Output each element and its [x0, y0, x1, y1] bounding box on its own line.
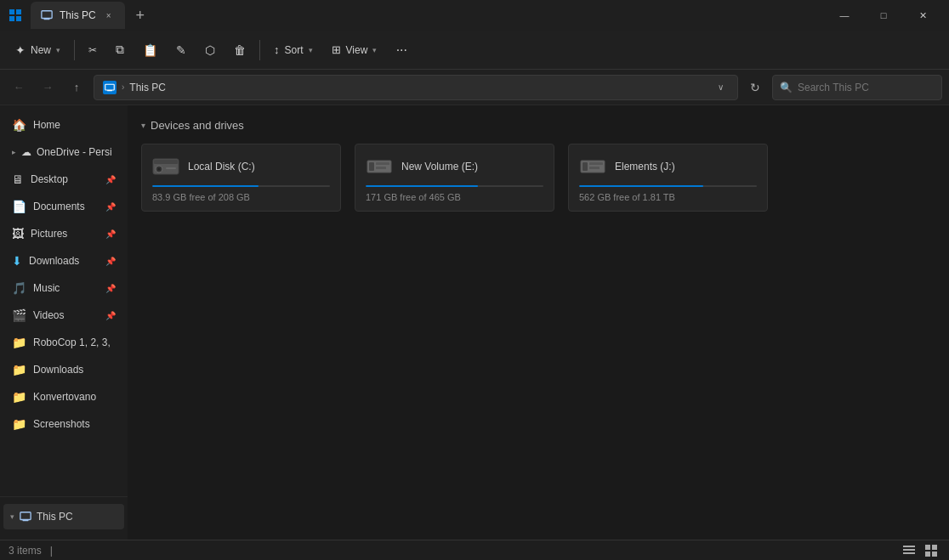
statusbar: 3 items | [0, 540, 949, 560]
drive-info-j: 562 GB free of 1.81 TB [579, 192, 757, 202]
drive-bar-container-j [579, 185, 757, 187]
sidebar-item-music[interactable]: 🎵 Music 📌 [3, 275, 124, 301]
new-icon: ✦ [15, 43, 26, 57]
up-button[interactable]: ↑ [65, 76, 88, 99]
delete-icon: 🗑 [234, 43, 246, 57]
drives-grid: Local Disk (C:) 83.9 GB free of 208 GB [141, 144, 935, 212]
drive-icon-c [152, 153, 179, 180]
copy-button[interactable]: ⧉ [107, 36, 133, 65]
onedrive-chevron-icon: ▸ [12, 148, 16, 156]
paste-button[interactable]: 📋 [134, 36, 166, 65]
window-controls: — □ ✕ [825, 0, 942, 31]
svg-rect-23 [589, 167, 600, 169]
breadcrumb-chevron-icon: › [122, 82, 124, 92]
tab-area: This PC × + [31, 2, 818, 29]
item-count: 3 items [9, 545, 42, 557]
sidebar-bottom: ▾ This PC [0, 496, 128, 533]
list-view-toggle[interactable] [900, 541, 918, 560]
back-button[interactable]: ← [7, 76, 31, 99]
rename-button[interactable]: ✎ [168, 36, 195, 65]
pictures-icon: 🖼 [12, 227, 24, 240]
cut-button[interactable]: ✂ [80, 36, 105, 65]
sidebar-screenshots-label: Screenshots [33, 418, 116, 430]
share-button[interactable]: ⬡ [196, 36, 224, 65]
sidebar-item-this-pc[interactable]: ▾ This PC [3, 504, 124, 529]
downloads-arrow-icon: ⬇ [12, 254, 22, 268]
tab-this-pc[interactable]: This PC × [31, 2, 125, 29]
tab-close-btn[interactable]: × [103, 9, 115, 21]
robocop-folder-icon: 📁 [12, 336, 26, 349]
maximize-btn[interactable]: □ [864, 0, 903, 31]
collapse-icon[interactable]: ▾ [141, 121, 145, 130]
home-icon: 🏠 [12, 118, 26, 132]
svg-point-13 [158, 168, 161, 171]
svg-rect-5 [44, 19, 50, 20]
sidebar-item-konvertovano[interactable]: 📁 Konvertovano [3, 384, 124, 410]
sidebar-item-downloads[interactable]: ⬇ Downloads 📌 [3, 248, 124, 274]
cut-icon: ✂ [88, 44, 97, 56]
drive-item-c[interactable]: Local Disk (C:) 83.9 GB free of 208 GB [141, 144, 341, 212]
new-tab-btn[interactable]: + [128, 3, 152, 27]
sidebar-item-downloads-folder[interactable]: 📁 Downloads [3, 357, 124, 382]
sidebar-item-home[interactable]: 🏠 Home [3, 112, 124, 138]
svg-rect-18 [376, 162, 389, 165]
drive-name-j: Elements (J:) [615, 161, 675, 173]
new-button[interactable]: ✦ New ▾ [7, 36, 69, 65]
new-label: New [31, 44, 51, 56]
sort-icon: ↕ [274, 43, 280, 56]
search-box[interactable]: 🔍 [772, 75, 942, 100]
address-dropdown-icon[interactable]: ∨ [712, 79, 729, 96]
svg-rect-25 [903, 549, 915, 551]
drive-name-c: Local Disk (C:) [188, 161, 255, 173]
close-btn[interactable]: ✕ [903, 0, 942, 31]
refresh-button[interactable]: ↻ [743, 76, 767, 99]
drive-name-e: New Volume (E:) [401, 161, 478, 173]
sidebar-videos-label: Videos [33, 309, 99, 321]
address-bar[interactable]: › This PC ∨ [94, 75, 738, 100]
drive-top-e: New Volume (E:) [366, 153, 543, 180]
address-pc-icon [103, 81, 116, 94]
sidebar-item-videos[interactable]: 🎬 Videos 📌 [3, 303, 124, 328]
sidebar-item-documents[interactable]: 📄 Documents 📌 [3, 194, 124, 219]
svg-rect-6 [105, 84, 115, 90]
pin-icon-downloads: 📌 [105, 257, 116, 266]
sidebar-item-robocop[interactable]: 📁 RoboCop 1, 2, 3, [3, 330, 124, 355]
this-pc-label: This PC [37, 511, 73, 523]
address-path: This PC [129, 82, 707, 93]
music-icon: 🎵 [12, 281, 26, 295]
minimize-btn[interactable]: — [825, 0, 864, 31]
pin-icon-music: 📌 [105, 284, 116, 293]
svg-rect-30 [932, 552, 937, 557]
more-button[interactable]: ··· [387, 36, 416, 65]
sidebar-item-screenshots[interactable]: 📁 Screenshots [3, 411, 124, 437]
search-input[interactable] [798, 82, 935, 93]
forward-button[interactable]: → [36, 76, 60, 99]
sidebar-item-onedrive[interactable]: ▸ ☁ OneDrive - Persi [3, 139, 124, 165]
svg-rect-3 [16, 16, 21, 21]
drive-bar-container-c [152, 185, 330, 187]
view-button[interactable]: ⊞ View ▾ [323, 36, 386, 65]
svg-rect-14 [166, 167, 176, 169]
svg-rect-27 [925, 545, 930, 550]
grid-view-toggle[interactable] [922, 541, 940, 560]
toolbar-separator-2 [259, 40, 260, 60]
sidebar-pictures-label: Pictures [31, 228, 99, 240]
videos-icon: 🎬 [12, 308, 26, 322]
delete-button[interactable]: 🗑 [225, 36, 254, 65]
desktop-icon: 🖥 [12, 173, 24, 186]
this-pc-chevron-icon: ▾ [10, 512, 14, 521]
devices-section-header: ▾ Devices and drives [141, 119, 935, 132]
sidebar-item-desktop[interactable]: 🖥 Desktop 📌 [3, 167, 124, 192]
sidebar-item-pictures[interactable]: 🖼 Pictures 📌 [3, 221, 124, 246]
drive-bar-c [152, 185, 259, 187]
this-pc-icon [20, 511, 31, 523]
window-icon [7, 7, 24, 24]
sort-chevron-icon: ▾ [309, 46, 313, 54]
svg-rect-1 [16, 9, 21, 14]
section-title: Devices and drives [151, 119, 244, 132]
drive-item-e[interactable]: New Volume (E:) 171 GB free of 465 GB [355, 144, 554, 212]
drive-icon-j [579, 153, 606, 180]
sidebar-robocop-label: RoboCop 1, 2, 3, [33, 337, 116, 348]
sort-button[interactable]: ↕ Sort ▾ [265, 36, 321, 65]
drive-item-j[interactable]: Elements (J:) 562 GB free of 1.81 TB [568, 144, 768, 212]
